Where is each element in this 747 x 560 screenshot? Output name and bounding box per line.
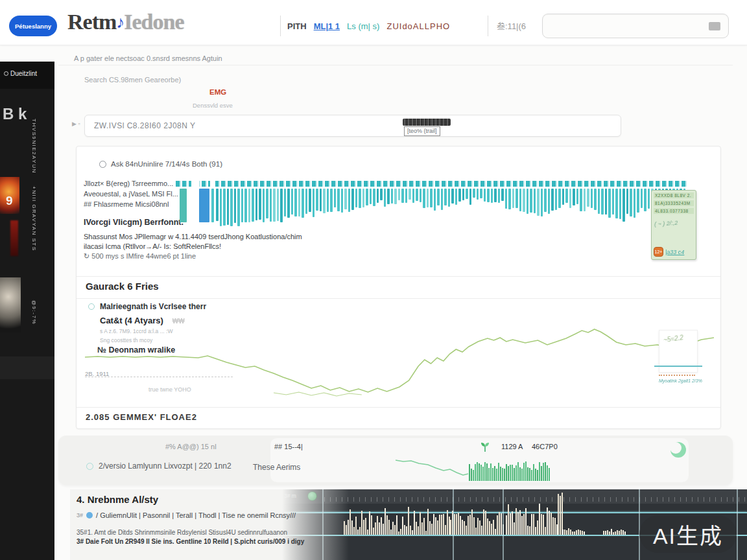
legend-circle-icon [88, 303, 95, 310]
main-nav: PITH ML|1 1 Ls (m| s) ZUIdoALLPHO [287, 21, 450, 31]
thumbnail-artwork-4[interactable] [0, 277, 21, 332]
overlay-row-1: X2XXD8 8L8V 2. [654, 192, 694, 198]
timeline-detail-2: 3# Daie Folt Un 2R949 Il Sie ins. Gentli… [77, 538, 401, 545]
card-section-divider-2 [77, 298, 720, 299]
search-input[interactable] [549, 16, 705, 36]
page-divider [58, 65, 733, 65]
section2-title: Gaurack 6 Fries [86, 281, 159, 292]
toolbar-stat-4: 46C7P0 [532, 443, 558, 450]
ai-watermark: AI生成 [639, 515, 737, 553]
header: Pétueslanny Retm♪Iedone PITH ML|1 1 Ls (… [0, 0, 747, 45]
record-icon [4, 71, 8, 76]
search-shortcut-icon[interactable] [709, 22, 720, 30]
toolbar-stat-2[interactable]: ## 15--4| [274, 443, 303, 450]
waveform-overlay-panel[interactable]: X2XXD8 8L8V 2. 81A)33335243M 4L833.03773… [651, 190, 696, 260]
search-section-label: Search CS.98men Geareorbe) [84, 76, 181, 84]
card-section-divider-3 [77, 407, 720, 408]
logo-primary: Retm [67, 10, 116, 34]
chart-tooltip: ~5≈2.2 [659, 330, 698, 373]
section3-title: 2.085 GEMMEX' FLOAE2 [86, 412, 197, 422]
play-icon[interactable]: ▶ ▫ [72, 121, 80, 127]
timeline-row-prefix: 3# [77, 512, 83, 519]
description-line-1: Shassunst Mos JPllemagr w 4.11.4409 tser… [84, 233, 302, 240]
sidebar-caption-3: @9:-7% [31, 300, 37, 325]
nav-item-4[interactable]: ZUIdoALLPHO [386, 21, 450, 31]
legend-ghost: ₩₩ [172, 318, 185, 325]
primary-cta-button[interactable]: Pétueslanny [9, 16, 57, 36]
toolbar-track-row[interactable]: 2/versio Lamlyunn Lixvozpt | 220 1nn2 [86, 461, 231, 471]
tooltip-scribble: ~5≈2.2 [663, 332, 694, 344]
baseline-dashed [85, 377, 233, 377]
query-bar[interactable]: ZW.IVSl C8.28I60 2J08N Y [teo% (trail] [84, 115, 621, 137]
timeline-divider-2[interactable] [453, 489, 454, 560]
logo-secondary: Iedone [124, 10, 184, 34]
app-logo: Retm♪Iedone [67, 10, 184, 34]
card-section-divider-1 [77, 276, 720, 277]
header-divider-2 [488, 16, 488, 36]
track-meta-1: Jllozt× B(ereg) Tsrreemmo... [84, 180, 181, 187]
legend-item[interactable]: № Deonnam wralike [97, 345, 206, 355]
sprout-icon [480, 441, 490, 455]
card-header[interactable]: Ask 84nUninlire 7/14/4s Both (91) [99, 160, 222, 168]
toolbar-mini-waveform [396, 455, 558, 482]
card-header-label: Ask 84nUninlire 7/14/4s Both (91) [111, 160, 222, 168]
sidebar: Dueitzlint B k THVS9NIE2AYUN 9 +NIII GRA… [0, 62, 54, 560]
legend-title-row[interactable]: Malrieegnath is Vcrlsee therr [88, 302, 206, 311]
toolbar-stat-1: #% A@@) 15 nl [165, 443, 217, 450]
tooltip-teal-line [654, 366, 702, 367]
toolbar-track-link[interactable]: These Aerims [253, 463, 300, 472]
thumbnail-artwork-3[interactable] [10, 220, 18, 256]
thumbnail-artwork-2[interactable]: 9 [0, 177, 19, 214]
sidebar-caption-2: +NIII GRAVYAN STS [31, 186, 37, 251]
player-toolbar: #% A@@) 15 nl ## 15--4| 1129 A 46C7P0 2/… [58, 436, 733, 485]
info-circle-icon [99, 161, 106, 168]
analysis-card: Ask 84nUninlire 7/14/4s Both (91) Jllozt… [76, 146, 721, 429]
query-tooltip-tag: [teo% (trail] [404, 126, 440, 136]
thumbnail-glyph: 9 [6, 194, 13, 208]
timeline-panel[interactable]: 3# m AI生成 4. Nrebnme Al/sty 3# / Guliemn… [70, 489, 747, 560]
timeline-divider-5[interactable] [737, 489, 738, 560]
overlay-row-3: 4L833.0377338 [654, 208, 694, 214]
cursor-smudge [403, 119, 451, 126]
timeline-tags-row[interactable]: 3# / GuliemnUlit | Pasonnil | Terall | T… [77, 511, 401, 519]
waveform-top-strip [176, 181, 687, 187]
sidebar-title: Dueitzlint [10, 70, 37, 77]
main-waveform[interactable] [176, 181, 687, 229]
chart-legend: Malrieegnath is Vcrlsee therr Cat&t (4 A… [88, 302, 206, 355]
description-line-2: ilacasi Icma (Rtllvor→A/- Is: SoftRelenF… [84, 242, 221, 250]
mini-wave-squiggle [396, 455, 470, 482]
nav-item-1[interactable]: PITH [287, 21, 307, 31]
header-utility-label[interactable]: 叁:11|(6 [497, 19, 526, 32]
sidebar-header[interactable]: Dueitzlint [0, 62, 54, 89]
timeline-detail-1: 35#1. Amt die Ditds Shrinmmsinile Rdsyle… [77, 529, 401, 536]
sidebar-caption-1: THVS9NIE2AYUN [31, 119, 37, 174]
track-meta-3: ## Fhlasrmeme Micsi08nnl [84, 200, 181, 208]
overlay-row-2: 81A)33335243M [654, 200, 694, 206]
nav-item-3[interactable]: Ls (m| s) [347, 21, 379, 31]
status-badge-caption: Denssvld esve [193, 102, 233, 109]
thumbnail-artwork-5[interactable] [0, 356, 54, 379]
timeline-tags: / GuliemnUlit | Pasonnil | Terall | Thod… [96, 511, 296, 519]
mini-wave-bars [469, 460, 554, 481]
toolbar-track-label: 2/versio Lamlyunn Lixvozpt | 220 1nn2 [99, 461, 231, 471]
track-circle-icon [86, 463, 93, 470]
track-title: IVorcgi Vlicgm) Berrfonnt. [84, 218, 184, 227]
breadcrumb: A p gater ele nectsoac 0.snsrd smesnns A… [74, 54, 222, 62]
nav-item-2[interactable]: ML|1 1 [314, 21, 340, 31]
thumbnail-artwork-1[interactable]: B k [3, 106, 27, 122]
timeline-divider-3[interactable] [503, 489, 504, 560]
chart-note: true twne YOHO [148, 386, 191, 393]
header-divider [280, 16, 281, 36]
legend-subtitle: Cat&t (4 Atyars)₩₩ [100, 316, 206, 325]
header-search[interactable] [542, 14, 729, 38]
legend-note-2: Sng coosttes th mcoy [100, 337, 206, 344]
status-badge: EMG [209, 88, 226, 96]
timeline-divider-4[interactable] [639, 489, 640, 560]
tooltip-orange-line [659, 375, 695, 376]
loading-crescent-icon[interactable] [669, 441, 687, 461]
music-note-icon: ♪ [116, 13, 124, 32]
tooltip-note: Myoatink 2galt1 2/3% [659, 379, 702, 383]
overlay-scribble: ( ~ ) 2/:,2 [654, 218, 694, 228]
timeline-info: 4. Nrebnme Al/sty 3# / GuliemnUlit | Pas… [77, 494, 401, 545]
timeline-title: 4. Nrebnme Al/sty [77, 494, 401, 505]
